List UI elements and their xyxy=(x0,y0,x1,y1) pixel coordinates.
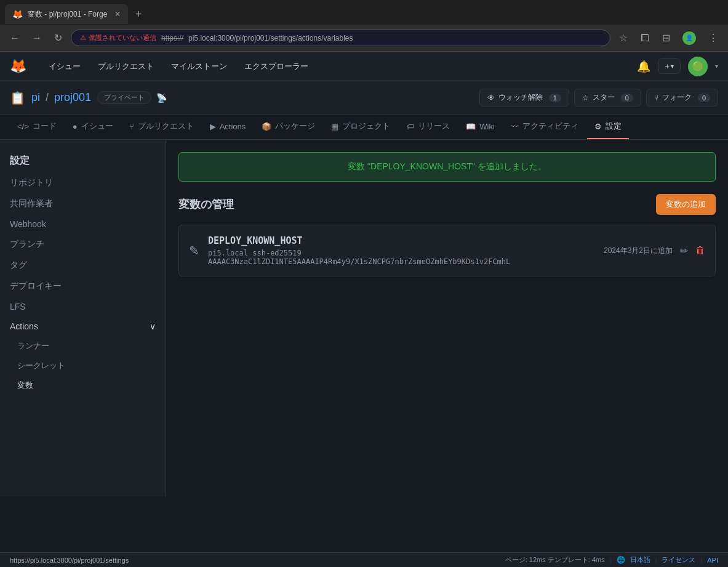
rss-icon[interactable]: 📡 xyxy=(156,93,167,103)
repo-header: 📋 pi / proj001 プライベート 📡 👁 ウォッチ解除 1 ☆ スター… xyxy=(0,81,728,115)
settings-sidebar: 設定 リポジトリ 共同作業者 Webhook ブランチ タグ デプロイキー LF… xyxy=(0,140,166,497)
repo-name-link[interactable]: proj001 xyxy=(54,91,91,103)
tab-bar: 🦊 変数 - pi/proj001 - Forge ✕ + xyxy=(0,0,728,25)
browser-tab[interactable]: 🦊 変数 - pi/proj001 - Forge ✕ xyxy=(5,4,128,24)
globe-icon: 🌐 xyxy=(617,556,625,564)
tab-wiki-label: Wiki xyxy=(479,122,495,131)
issues-icon: ● xyxy=(73,122,78,131)
notification-button[interactable]: 🔔 xyxy=(637,60,650,73)
projects-icon: ▦ xyxy=(331,122,338,131)
top-nav-links: イシュー プルリクエスト マイルストーン エクスプローラー xyxy=(41,56,637,77)
api-link[interactable]: API xyxy=(707,557,718,564)
tab-settings[interactable]: ⚙ 設定 xyxy=(587,115,629,139)
url-strikethrough: https:// xyxy=(161,34,183,42)
variable-metadata: 2024年3月2日に追加 ✏ 🗑 xyxy=(604,245,705,257)
watch-label: ウォッチ解除 xyxy=(498,92,543,103)
repo-owner-link[interactable]: pi xyxy=(31,91,40,103)
url-text: pi5.local:3000/pi/proj001/settings/actio… xyxy=(188,34,353,42)
watch-button[interactable]: 👁 ウォッチ解除 1 xyxy=(479,89,569,107)
variable-card: ✎ DEPLOY_KNOWN_HOST pi5.local ssh-ed2551… xyxy=(178,225,716,276)
tab-projects[interactable]: ▦ プロジェクト xyxy=(324,115,398,139)
tab-pull-requests[interactable]: ⑂ プルリクエスト xyxy=(122,115,201,139)
add-variable-button[interactable]: 変数の追加 xyxy=(656,194,716,215)
app-container: 🦊 イシュー プルリクエスト マイルストーン エクスプローラー 🔔 + ▾ 🟢 … xyxy=(0,52,728,567)
repo-path: pi / proj001 xyxy=(31,91,91,104)
activity-icon: 〰 xyxy=(511,122,519,131)
nav-pull-requests[interactable]: プルリクエスト xyxy=(90,56,161,77)
repo-icon: 📋 xyxy=(10,90,25,105)
sidebar-item-tags[interactable]: タグ xyxy=(0,255,166,276)
sidebar-section-actions-label: Actions xyxy=(10,321,38,331)
sidebar-item-deploy-keys[interactable]: デプロイキー xyxy=(0,276,166,297)
app-logo: 🦊 xyxy=(10,58,26,74)
chevron-down-icon: ∨ xyxy=(150,321,156,331)
fork-icon: ⑂ xyxy=(654,94,658,102)
settings-icon: ⚙ xyxy=(594,122,602,131)
tab-packages[interactable]: 📦 パッケージ xyxy=(254,115,322,139)
tab-code[interactable]: </> コード xyxy=(10,115,64,139)
tab-releases-label: リリース xyxy=(418,121,450,132)
tab-activity-label: アクティビティ xyxy=(522,121,578,132)
fork-label: フォーク xyxy=(662,92,692,103)
main-content: 変数 "DEPLOY_KNOWN_HOST" を追加しました。 変数の管理 変数… xyxy=(166,140,728,497)
variable-value-line1: pi5.local ssh-ed25519 xyxy=(208,249,604,257)
sidebar-item-runner[interactable]: ランナー xyxy=(0,336,166,356)
tab-title: 変数 - pi/proj001 - Forge xyxy=(28,9,107,20)
tab-actions-label: Actions xyxy=(220,122,246,131)
reload-button[interactable]: ↻ xyxy=(50,30,66,46)
tab-wiki[interactable]: 📖 Wiki xyxy=(458,116,502,139)
license-link[interactable]: ライセンス xyxy=(662,555,695,565)
tab-favicon: 🦊 xyxy=(12,9,23,19)
tab-activity[interactable]: 〰 アクティビティ xyxy=(503,115,586,139)
sidebar-item-lfs[interactable]: LFS xyxy=(0,297,166,316)
security-warning: ⚠ 保護されていない通信 xyxy=(80,33,156,42)
browser-window: 🦊 変数 - pi/proj001 - Forge ✕ + ← → ↻ ⚠ 保護… xyxy=(0,0,728,567)
sidebar-item-repository[interactable]: リポジトリ xyxy=(0,172,166,193)
variable-edit-pencil-icon[interactable]: ✎ xyxy=(189,243,199,258)
back-button[interactable]: ← xyxy=(6,30,23,46)
sidebar-item-variables[interactable]: 変数 xyxy=(0,376,166,395)
new-tab-button[interactable]: + xyxy=(130,6,147,23)
sidebar-section-actions[interactable]: Actions ∨ xyxy=(0,316,166,336)
fork-count: 0 xyxy=(698,94,710,102)
extension-button[interactable]: ⧠ xyxy=(636,30,654,46)
sidebar-item-webhook[interactable]: Webhook xyxy=(0,214,166,234)
status-right: ページ: 12ms テンプレート: 4ms | 🌐 日本語 | ライセンス | … xyxy=(505,555,718,565)
address-bar[interactable]: ⚠ 保護されていない通信 https:// pi5.local:3000/pi/… xyxy=(71,30,610,46)
bookmark-button[interactable]: ☆ xyxy=(615,30,631,46)
security-warning-text: 保護されていない通信 xyxy=(89,33,156,42)
pr-icon: ⑂ xyxy=(129,122,134,131)
watch-icon: 👁 xyxy=(487,94,495,102)
nav-bar: ← → ↻ ⚠ 保護されていない通信 https:// pi5.local:30… xyxy=(0,25,728,52)
variable-edit-button[interactable]: ✏ xyxy=(680,245,688,257)
tab-close-button[interactable]: ✕ xyxy=(114,10,121,18)
variable-delete-button[interactable]: 🗑 xyxy=(695,245,705,256)
avatar[interactable]: 🟢 xyxy=(688,57,708,76)
create-button[interactable]: + ▾ xyxy=(658,58,681,74)
star-button[interactable]: ☆ スター 0 xyxy=(574,89,641,107)
sidebar-item-branch[interactable]: ブランチ xyxy=(0,234,166,255)
split-button[interactable]: ⊟ xyxy=(658,30,674,46)
forward-button[interactable]: → xyxy=(28,30,46,46)
fork-button[interactable]: ⑂ フォーク 0 xyxy=(646,89,718,107)
sidebar-heading: 設定 xyxy=(0,150,166,172)
nav-milestones[interactable]: マイルストーン xyxy=(164,56,234,77)
tab-actions[interactable]: ▶ Actions xyxy=(202,116,254,139)
tab-issues[interactable]: ● イシュー xyxy=(65,115,121,139)
status-bar: https://pi5.local:3000/pi/proj001/settin… xyxy=(0,552,728,567)
language-link[interactable]: 日本語 xyxy=(630,555,650,565)
variable-info: DEPLOY_KNOWN_HOST pi5.local ssh-ed25519 … xyxy=(208,235,604,266)
menu-button[interactable]: ⋮ xyxy=(705,30,722,46)
profile-button[interactable]: 👤 xyxy=(679,29,700,47)
tab-releases[interactable]: 🏷 リリース xyxy=(399,115,457,139)
variable-value-line2: AAAAC3NzaC1lZDI1NTE5AAAAIP4Rm4y9/X1sZNCP… xyxy=(208,257,604,266)
chevron-down-icon: ▾ xyxy=(671,63,674,70)
avatar-image: 🟢 xyxy=(692,60,704,72)
tooltip-url: https://pi5.local:3000/pi/proj001/settin… xyxy=(10,557,129,564)
star-icon: ☆ xyxy=(582,94,589,102)
nav-issues[interactable]: イシュー xyxy=(41,56,88,77)
sidebar-item-secrets[interactable]: シークレット xyxy=(0,356,166,376)
sidebar-item-collaborators[interactable]: 共同作業者 xyxy=(0,193,166,214)
tab-code-label: コード xyxy=(33,121,57,132)
nav-explorer[interactable]: エクスプローラー xyxy=(237,56,316,77)
